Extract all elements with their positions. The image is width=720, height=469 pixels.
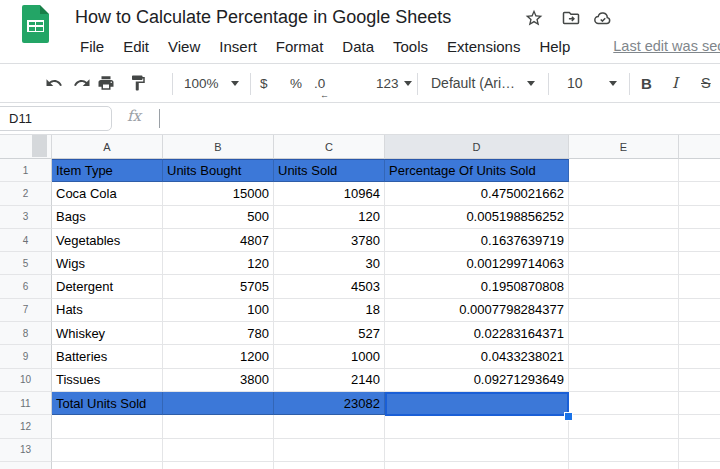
cell-F7[interactable]	[679, 299, 720, 322]
cell-A12[interactable]	[52, 415, 163, 438]
cell-E5[interactable]	[569, 252, 679, 275]
row-header-1[interactable]: 1	[0, 159, 52, 182]
row-header-13[interactable]: 13	[0, 439, 52, 462]
cell-B8[interactable]: 780	[163, 322, 274, 345]
column-header-a[interactable]: A	[52, 135, 163, 159]
cell-D8[interactable]: 0.02283164371	[385, 322, 569, 345]
cell-B3[interactable]: 500	[163, 206, 274, 229]
cell-E8[interactable]	[569, 322, 679, 345]
row-header-2[interactable]: 2	[0, 182, 52, 205]
cell-D2[interactable]: 0.4750021662	[385, 182, 569, 205]
menu-data[interactable]: Data	[342, 38, 374, 55]
menu-edit[interactable]: Edit	[123, 38, 149, 55]
cell-B9[interactable]: 1200	[163, 345, 274, 368]
cell-B6[interactable]: 5705	[163, 275, 274, 298]
cell-E6[interactable]	[569, 275, 679, 298]
menu-view[interactable]: View	[168, 38, 200, 55]
cell-A6[interactable]: Detergent	[52, 275, 163, 298]
zoom-select[interactable]: 100%	[184, 64, 239, 102]
cell-D1[interactable]: Percentage Of Units Sold	[385, 159, 569, 182]
save-status-button[interactable]	[592, 7, 614, 29]
cell-D4[interactable]: 0.1637639719	[385, 229, 569, 252]
cell-F6[interactable]	[679, 275, 720, 298]
menu-file[interactable]: File	[80, 38, 104, 55]
cell-C4[interactable]: 3780	[274, 229, 385, 252]
cell-D9[interactable]: 0.0433238021	[385, 345, 569, 368]
cell-C12[interactable]	[274, 415, 385, 438]
cell-F3[interactable]	[679, 206, 720, 229]
cell-A8[interactable]: Whiskey	[52, 322, 163, 345]
cell-E11[interactable]	[569, 392, 679, 415]
paint-format-button[interactable]	[129, 64, 147, 102]
cell-F5[interactable]	[679, 252, 720, 275]
cell-A9[interactable]: Batteries	[52, 345, 163, 368]
cell-C7[interactable]: 18	[274, 299, 385, 322]
undo-button[interactable]	[45, 64, 63, 102]
cell-A1[interactable]: Item Type	[52, 159, 163, 182]
formula-input[interactable]	[170, 103, 720, 134]
cell-A3[interactable]: Bags	[52, 206, 163, 229]
strikethrough-button[interactable]: S	[701, 64, 711, 102]
last-edit-link[interactable]: Last edit was secon	[613, 38, 720, 54]
menu-tools[interactable]: Tools	[393, 38, 428, 55]
move-to-folder-button[interactable]	[560, 7, 582, 29]
cell-F[interactable]	[679, 462, 720, 469]
cell-B10[interactable]: 3800	[163, 369, 274, 392]
cell-B[interactable]	[163, 462, 274, 469]
cell-A2[interactable]: Coca Cola	[52, 182, 163, 205]
cell-C9[interactable]: 1000	[274, 345, 385, 368]
cell-B5[interactable]: 120	[163, 252, 274, 275]
row-header-12[interactable]: 12	[0, 415, 52, 438]
bold-button[interactable]: B	[641, 64, 652, 102]
cell-C5[interactable]: 30	[274, 252, 385, 275]
cell-F1[interactable]	[679, 159, 720, 182]
format-percent-button[interactable]: %	[290, 64, 302, 102]
cell-D[interactable]	[385, 462, 569, 469]
column-header-f[interactable]	[679, 135, 720, 159]
menu-insert[interactable]: Insert	[219, 38, 257, 55]
column-header-d[interactable]: D	[385, 135, 569, 159]
cell-C6[interactable]: 4503	[274, 275, 385, 298]
cell-F12[interactable]	[679, 415, 720, 438]
cell-A11[interactable]: Total Units Sold	[52, 392, 163, 415]
cell-B7[interactable]: 100	[163, 299, 274, 322]
cell-E13[interactable]	[569, 439, 679, 462]
menu-help[interactable]: Help	[539, 38, 570, 55]
cell-C10[interactable]: 2140	[274, 369, 385, 392]
cell-B12[interactable]	[163, 415, 274, 438]
cell-B11[interactable]	[163, 392, 274, 415]
cell-E10[interactable]	[569, 369, 679, 392]
row-header-5[interactable]: 5	[0, 252, 52, 275]
cell-B13[interactable]	[163, 439, 274, 462]
cell-A10[interactable]: Tissues	[52, 369, 163, 392]
italic-button[interactable]: I	[672, 64, 678, 102]
cell-F10[interactable]	[679, 369, 720, 392]
cell-E3[interactable]	[569, 206, 679, 229]
cell-E7[interactable]	[569, 299, 679, 322]
cell-C1[interactable]: Units Sold	[274, 159, 385, 182]
cell-D12[interactable]	[385, 415, 569, 438]
cell-F8[interactable]	[679, 322, 720, 345]
cell-C3[interactable]: 120	[274, 206, 385, 229]
cell-D10[interactable]: 0.09271293649	[385, 369, 569, 392]
sheets-logo-icon[interactable]	[22, 5, 49, 43]
fill-handle[interactable]	[564, 412, 573, 421]
cell-F9[interactable]	[679, 345, 720, 368]
cell-C[interactable]	[274, 462, 385, 469]
print-button[interactable]	[97, 64, 115, 102]
cell-D7[interactable]: 0.0007798284377	[385, 299, 569, 322]
cell-A4[interactable]: Vegetables	[52, 229, 163, 252]
cell-E[interactable]	[569, 462, 679, 469]
cell-C11[interactable]: 23082	[274, 392, 385, 415]
menu-extensions[interactable]: Extensions	[447, 38, 520, 55]
column-header-b[interactable]: B	[163, 135, 274, 159]
redo-button[interactable]	[73, 64, 91, 102]
cell-D3[interactable]: 0.005198856252	[385, 206, 569, 229]
cell-B4[interactable]: 4807	[163, 229, 274, 252]
cell-E12[interactable]	[569, 415, 679, 438]
column-header-e[interactable]: E	[569, 135, 679, 159]
row-header-10[interactable]: 10	[0, 369, 52, 392]
cell-C8[interactable]: 527	[274, 322, 385, 345]
cell-F11[interactable]	[679, 392, 720, 415]
cell-F13[interactable]	[679, 439, 720, 462]
